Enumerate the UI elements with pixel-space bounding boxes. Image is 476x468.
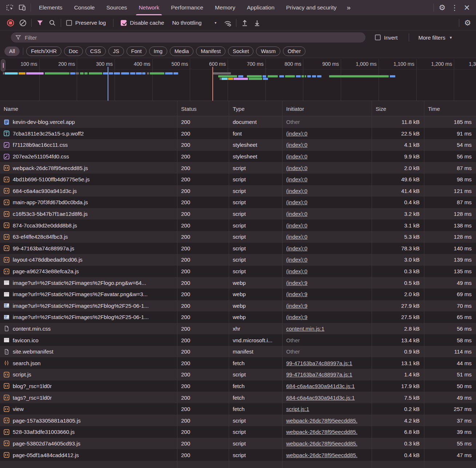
column-header-status[interactable]: Status [177,101,229,116]
chip-all[interactable]: All [4,47,20,56]
initiator-link[interactable]: webpack-26dc78f95eecdd85. [286,440,357,447]
initiator-link[interactable]: (index):0 [286,153,307,160]
initiator-link[interactable]: (index):9 [286,291,307,297]
disable-cache-toggle[interactable]: Disable cache [121,20,164,26]
initiator-link[interactable]: (index):0 [286,211,307,217]
initiator-link[interactable]: (index):0 [286,188,307,194]
clear-network-log-icon[interactable] [17,17,29,28]
chip-socket[interactable]: Socket [228,47,253,56]
tab-sources[interactable]: Sources [101,0,133,15]
initiator-link[interactable]: (index):0 [286,234,307,240]
initiator-link[interactable]: (index):0 [286,199,307,205]
inspect-element-icon[interactable] [4,2,16,13]
filter-input-container[interactable] [11,32,365,43]
request-row[interactable]: kevin-dev-blog.vercel.app200documentOthe… [0,116,476,128]
chip-js[interactable]: JS [108,47,124,56]
request-row[interactable]: main-app-70f3fd67bd0c0bda.js200script(in… [0,197,476,208]
initiator-link[interactable]: webpack-26dc78f95eecdd85. [286,429,357,435]
settings-gear-icon[interactable]: ⚙ [436,2,448,13]
request-row[interactable]: favicon.ico200vnd.microsoft.i...Other13.… [0,334,476,346]
initiator-link[interactable]: (index):0 [286,257,307,263]
column-header-type[interactable]: Type [229,101,282,116]
disable-cache-checkbox[interactable] [121,20,127,26]
record-network-log-icon[interactable] [4,17,17,28]
initiator-link[interactable]: (index):0 [286,142,307,148]
request-row[interactable]: 874-7cca39d2e0ddd8b8.js200script(index):… [0,219,476,231]
network-overview-timeline[interactable]: 100 ms200 ms300 ms400 ms500 ms600 ms700 … [0,58,476,101]
initiator-link[interactable]: (index):0 [286,130,307,137]
export-har-icon[interactable] [251,17,263,28]
initiator-link[interactable]: webpack-26dc78f95eecdd85. [286,452,357,458]
initiator-link[interactable]: script.js:1 [286,406,309,412]
filter-toggle-icon[interactable] [34,17,46,28]
initiator-link[interactable]: (index):9 [286,314,307,320]
device-toolbar-icon[interactable] [16,2,28,13]
initiator-link[interactable]: webpack-26dc78f95eecdd85. [286,417,357,424]
column-header-size[interactable]: Size [372,101,424,116]
preserve-log-checkbox[interactable] [66,20,72,26]
filter-input[interactable] [24,34,361,41]
request-row[interactable]: c16f53c3-5b47b7f1ae12d8f6.js200script(in… [0,208,476,220]
request-row[interactable]: page-53802d7a4605cd93.js200scriptwebpack… [0,438,476,449]
throttling-caret-icon[interactable]: ▾ [215,21,216,25]
request-row[interactable]: blog?_rsc=1ld0r200fetch684-c6a4ac930a941… [0,380,476,392]
throttling-select[interactable]: No throttling [172,20,201,26]
tab-network[interactable]: Network [133,0,165,15]
initiator-link[interactable]: (index):9 [286,280,307,286]
chip-doc[interactable]: Doc [64,47,83,56]
column-header-time[interactable]: Time [424,101,476,116]
request-row[interactable]: 63-ef4ffe428c84fbc3.js200script(index):0… [0,231,476,243]
more-filters-button[interactable]: More filters ▼ [419,35,453,41]
search-icon[interactable] [46,17,59,28]
request-row[interactable]: image?url=%2Fstatic%2Fimages%2Fblog%2F25… [0,300,476,312]
request-row[interactable]: 99-47163ba74c88997a.js200script(index):0… [0,243,476,254]
invert-checkbox[interactable] [375,35,381,40]
request-row[interactable]: layout-c478ddbedad9cd06.js200script(inde… [0,254,476,266]
tab-console[interactable]: Console [68,0,101,15]
initiator-link[interactable]: (index):0 [286,245,307,251]
request-row[interactable]: 207ea2e511054fd0.css200stylesheet(index)… [0,151,476,162]
tab-elements[interactable]: Elements [33,0,68,15]
column-header-name[interactable]: Name [0,101,177,116]
initiator-link[interactable]: 684-c6a4ac930a941d3c.js:1 [286,383,355,389]
initiator-link[interactable]: content.min.js:1 [286,326,324,332]
import-har-icon[interactable] [239,17,251,28]
request-row[interactable]: content.min.css200xhrcontent.min.js:12.8… [0,323,476,335]
chip-media[interactable]: Media [170,47,194,56]
more-tabs-icon[interactable]: » [342,4,355,12]
request-row[interactable]: 4bd1b696-5100ffb4d6775e5e.js200script(in… [0,174,476,185]
initiator-link[interactable]: (index):0 [286,176,307,182]
request-row[interactable]: 7cba1811e3c25a15-s.p.woff2200font(index)… [0,128,476,140]
chip-font[interactable]: Font [127,47,147,56]
request-row[interactable]: f71128b9ac16cc11.css200stylesheet(index)… [0,139,476,151]
tab-application[interactable]: Application [241,0,280,15]
request-row[interactable]: script.js200script99-47163ba74c88997a.js… [0,369,476,380]
tab-memory[interactable]: Memory [209,0,241,15]
chip-other[interactable]: Other [283,47,305,56]
close-devtools-icon[interactable]: × [461,2,473,13]
request-row[interactable]: image?url=%2Fstatic%2Fimages%2Favatar.pn… [0,289,476,300]
request-row[interactable]: page-157a3305881a1805.js200scriptwebpack… [0,415,476,426]
request-row[interactable]: image?url=%2Fstatic%2Fimages%2Fblog%2F25… [0,311,476,323]
tab-performance[interactable]: Performance [165,0,209,15]
request-row[interactable]: tags?_rsc=1ld0r200fetch684-c6a4ac930a941… [0,392,476,403]
request-row[interactable]: image?url=%2Fstatic%2Fimages%2Flogo.png&… [0,277,476,289]
tab-privacy-and-security[interactable]: Privacy and security [280,0,343,15]
request-row[interactable]: site.webmanifest200manifestOther0.9 kB11… [0,346,476,358]
invert-toggle[interactable]: Invert [375,35,398,41]
request-row[interactable]: 684-c6a4ac930a941d3c.js200script(index):… [0,185,476,197]
column-header-initiator[interactable]: Initiator [282,101,372,116]
initiator-link[interactable]: 99-47163ba74c88997a.js:1 [286,371,352,378]
network-conditions-icon[interactable] [221,17,234,28]
initiator-link[interactable]: (index):0 [286,165,307,171]
request-row[interactable]: search.json200fetch99-47163ba74c88997a.j… [0,357,476,369]
request-row[interactable]: 528-33af3dfe31003660.js200scriptwebpack-… [0,426,476,438]
network-settings-gear-icon[interactable]: ⚙ [461,17,474,28]
initiator-link[interactable]: 99-47163ba74c88997a.js:1 [286,360,352,366]
kebab-menu-icon[interactable]: ⋮ [448,2,461,13]
preserve-log-toggle[interactable]: Preserve log [66,20,106,26]
request-row[interactable]: view200fetchscript.js:10.2 kB257 ms [0,403,476,415]
initiator-link[interactable]: (index):9 [286,303,307,309]
initiator-link[interactable]: (index):0 [286,268,307,274]
request-row[interactable]: webpack-26dc78f95eecdd85.js200script(ind… [0,162,476,174]
